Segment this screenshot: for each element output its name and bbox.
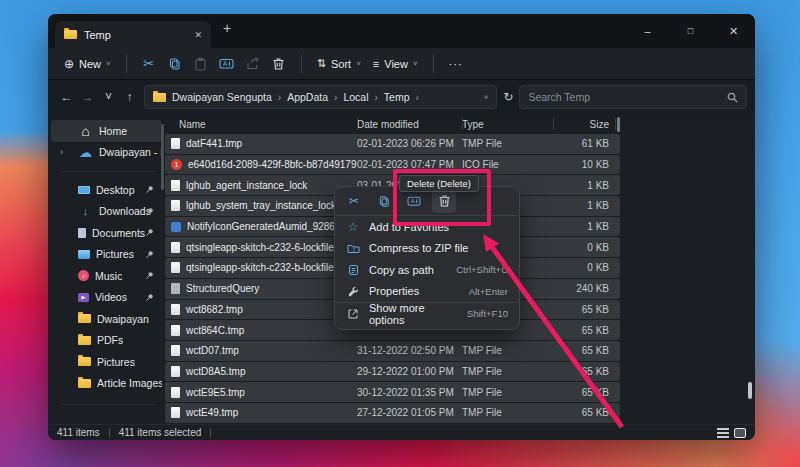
- sidebar-item-dwaipayan-per[interactable]: › Dwaipayan - Per: [51, 142, 162, 164]
- file-type: TMP File: [462, 366, 553, 377]
- sidebar-item-pictures[interactable]: › Pictures: [51, 351, 162, 373]
- sidebar-item-downloads[interactable]: › Downloads: [51, 201, 162, 223]
- file-row[interactable]: wctD07.tmp 31-12-2022 02:50 PM TMP File …: [165, 341, 620, 361]
- sidebar-item-label: Music: [95, 270, 122, 282]
- search-input[interactable]: [528, 91, 721, 103]
- file-size: 0 KB: [553, 262, 615, 273]
- breadcrumb-segment[interactable]: Local: [343, 91, 368, 103]
- file-size: 1 KB: [553, 221, 615, 232]
- sidebar-item-desktop[interactable]: › Desktop: [51, 179, 162, 201]
- tab-close-icon[interactable]: ✕: [194, 30, 202, 40]
- context-menu-item-copy-as-path[interactable]: Copy as path Ctrl+Shift+C: [335, 259, 519, 281]
- sort-button-label: Sort: [331, 58, 351, 70]
- column-divider[interactable]: [615, 118, 616, 130]
- sidebar-item-music[interactable]: › Music: [51, 265, 162, 287]
- sidebar-item-pdfs[interactable]: › PDFs: [51, 330, 162, 352]
- file-icon: [171, 345, 180, 356]
- view-lines-icon: ≡: [373, 58, 379, 70]
- search-box[interactable]: [519, 85, 747, 109]
- sidebar-item-article-images[interactable]: › Article Images: [51, 373, 162, 395]
- refresh-button[interactable]: ↻: [497, 90, 519, 104]
- window-scrollbar-thumb[interactable]: [748, 382, 752, 399]
- copy-icon: [168, 57, 182, 71]
- sidebar-item-home[interactable]: › Home: [51, 120, 162, 142]
- pin-icon: [145, 271, 154, 280]
- file-icon: [171, 262, 180, 273]
- file-name: qtsingleapp-skitch-c232-6-lockfile: [186, 242, 334, 253]
- file-name: StructuredQuery: [186, 283, 259, 294]
- tab-temp[interactable]: Temp ✕: [55, 21, 211, 48]
- sidebar-item-documents[interactable]: › Documents: [51, 222, 162, 244]
- rename-icon: A: [219, 57, 234, 70]
- breadcrumb-segment[interactable]: Temp: [384, 91, 410, 103]
- cut-button[interactable]: ✂: [136, 52, 162, 76]
- command-toolbar: ⊕ New ˅ ✂ A ⇅ Sort: [48, 48, 755, 80]
- file-row[interactable]: wctE49.tmp 27-12-2022 01:05 PM TMP File …: [165, 403, 620, 423]
- see-more-button[interactable]: ···: [443, 52, 469, 76]
- maximize-button[interactable]: □: [669, 14, 712, 48]
- delete-button[interactable]: [266, 52, 292, 76]
- status-bar: 411 items 411 items selected: [48, 424, 755, 440]
- breadcrumb-segment[interactable]: AppData: [287, 91, 328, 103]
- cut-icon[interactable]: ✂: [342, 189, 366, 213]
- view-button-label: View: [384, 58, 408, 70]
- large-icons-view-icon[interactable]: [734, 428, 746, 438]
- new-tab-button[interactable]: +: [223, 20, 231, 36]
- breadcrumb[interactable]: Dwaipayan Sengupta›AppData›Local›Temp› ˅: [144, 85, 497, 109]
- column-header-type[interactable]: Type: [462, 119, 553, 130]
- window-controls: – □ ✕: [626, 14, 755, 48]
- rename-button[interactable]: A: [214, 52, 240, 76]
- menu-item-label: Copy as path: [369, 264, 434, 276]
- column-divider[interactable]: [553, 118, 554, 130]
- file-type: TMP File: [462, 407, 553, 418]
- status-divider: [210, 428, 211, 437]
- file-name: wctE49.tmp: [186, 407, 238, 418]
- sidebar-scrollbar[interactable]: [161, 124, 164, 190]
- context-menu-item-show-more-options[interactable]: Show more options Shift+F10: [335, 303, 519, 325]
- menu-item-icon: [346, 308, 360, 320]
- sidebar-item-label: Desktop: [96, 184, 135, 196]
- sidebar-item-dwaipayan[interactable]: › Dwaipayan: [51, 308, 162, 330]
- chevron-down-icon: ˅: [356, 59, 361, 68]
- desktop-wallpaper: Temp ✕ + – □ ✕ ⊕ New ˅ ✂: [0, 0, 800, 467]
- menu-item-icon: [346, 243, 360, 254]
- details-view-icon[interactable]: [717, 428, 729, 438]
- file-row[interactable]: wctE9E5.tmp 30-12-2022 01:35 PM TMP File…: [165, 382, 620, 402]
- file-row[interactable]: wctD8A5.tmp 29-12-2022 01:00 PM TMP File…: [165, 362, 620, 382]
- column-header-date[interactable]: Date modified: [357, 119, 462, 130]
- share-button[interactable]: [240, 52, 266, 76]
- address-chevron-icon[interactable]: ˅: [484, 93, 489, 102]
- folder-icon: [64, 30, 77, 39]
- sidebar-item-videos[interactable]: › Videos: [51, 287, 162, 309]
- column-header-size[interactable]: Size: [553, 119, 615, 130]
- column-header-name[interactable]: Name: [165, 119, 357, 130]
- file-row[interactable]: datF441.tmp 02-01-2023 06:26 PM TMP File…: [165, 134, 620, 154]
- copy-button[interactable]: [162, 52, 188, 76]
- view-button[interactable]: ≡ View ˅: [367, 54, 424, 74]
- column-divider[interactable]: [357, 118, 358, 130]
- menu-item-shortcut: Shift+F10: [467, 308, 508, 319]
- file-name: lghub_system_tray_instance_lock: [186, 200, 336, 211]
- menu-item-icon: ☆: [346, 221, 360, 233]
- context-menu-item-properties[interactable]: Properties Alt+Enter: [335, 281, 519, 303]
- pin-icon: [145, 185, 154, 194]
- file-size: 240 KB: [553, 283, 615, 294]
- menu-item-label: Compress to ZIP file: [369, 242, 468, 254]
- new-button[interactable]: ⊕ New ˅: [58, 53, 117, 75]
- close-button[interactable]: ✕: [712, 14, 755, 48]
- history-chevron-icon[interactable]: ˅: [98, 85, 119, 109]
- sort-button[interactable]: ⇅ Sort ˅: [311, 53, 367, 74]
- sidebar-item-pictures[interactable]: › Pictures: [51, 244, 162, 266]
- menu-item-label: Show more options: [369, 302, 458, 326]
- forward-button[interactable]: →: [77, 85, 98, 109]
- sidebar-divider: [62, 171, 155, 172]
- column-divider[interactable]: [462, 118, 463, 130]
- minimize-button[interactable]: –: [626, 14, 669, 48]
- expand-chevron-icon[interactable]: ›: [60, 147, 63, 157]
- breadcrumb-segment[interactable]: Dwaipayan Sengupta: [172, 91, 272, 103]
- paste-button[interactable]: [188, 52, 214, 76]
- back-button[interactable]: ←: [56, 85, 77, 109]
- up-button[interactable]: ↑: [119, 85, 140, 109]
- list-scrollbar-thumb[interactable]: [617, 117, 620, 132]
- context-menu-item-compress-to-zip-file[interactable]: Compress to ZIP file: [335, 238, 519, 260]
